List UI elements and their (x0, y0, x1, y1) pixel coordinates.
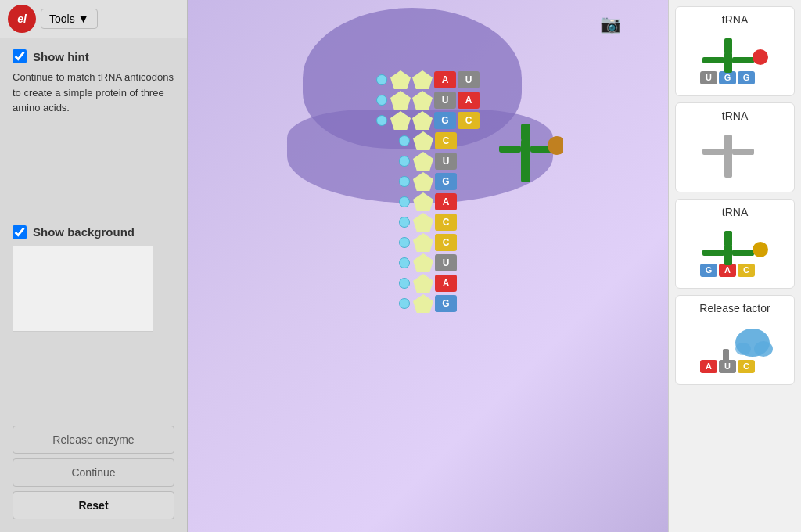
svg-point-38 (735, 343, 751, 355)
pentagon (390, 111, 411, 130)
svg-text:U: U (706, 73, 712, 82)
show-hint-checkbox[interactable] (13, 49, 27, 63)
pentagon (413, 274, 433, 293)
show-background-checkbox[interactable] (13, 225, 27, 239)
tools-button[interactable]: Tools ▼ (41, 9, 98, 29)
codon-row-9: C (399, 233, 457, 252)
trna-ribosome-svg (493, 116, 563, 194)
bubble (376, 74, 387, 85)
codon-row-4: C (399, 131, 457, 150)
svg-point-29 (753, 242, 768, 257)
bubble (399, 156, 410, 167)
svg-rect-18 (732, 149, 754, 155)
codon-bases: A U (434, 71, 480, 88)
base-A: A (435, 275, 457, 292)
bubble (376, 95, 387, 106)
sidebar-trna-2[interactable]: tRNA (675, 102, 795, 192)
show-hint-label[interactable]: Show hint (33, 50, 89, 63)
pentagon (390, 91, 411, 110)
trna-in-ribosome (493, 116, 563, 197)
sidebar-trna-3[interactable]: tRNA G A C (675, 199, 795, 289)
bubble (376, 115, 387, 126)
svg-rect-14 (724, 38, 732, 54)
base-U: U (458, 71, 480, 88)
pentagon (412, 91, 433, 110)
bubble (399, 135, 410, 146)
base-A: A (434, 71, 456, 88)
sidebar-trna-2-label: tRNA (722, 110, 748, 122)
codon-row-1: A U (376, 70, 480, 89)
bubble (399, 298, 410, 309)
codon-bases: A (435, 275, 457, 292)
mrna-strand: A U U A G C (376, 70, 480, 315)
sidebar-trna-1-label: tRNA (722, 13, 748, 26)
codon-bases: G (435, 173, 457, 190)
svg-point-37 (754, 341, 773, 357)
bubble (399, 257, 410, 268)
codon-bases: C (435, 214, 457, 231)
codon-row-11: A (399, 274, 457, 293)
hint-text: Continue to match tRNA anticodons to cre… (13, 70, 174, 116)
reset-button[interactable]: Reset (13, 491, 174, 519)
svg-rect-3 (521, 124, 530, 141)
svg-text:C: C (743, 361, 749, 371)
pentagon (390, 70, 411, 89)
bubble (399, 196, 410, 207)
sidebar-trna-1[interactable]: tRNA U G G (675, 6, 795, 96)
action-buttons: Release enzyme Continue Reset (0, 418, 187, 532)
pentagon (413, 172, 433, 191)
base-C: C (458, 112, 480, 129)
release-enzyme-button[interactable]: Release enzyme (13, 426, 174, 454)
toolbar: el Tools ▼ (0, 0, 187, 38)
pentagon (413, 192, 433, 211)
svg-text:A: A (706, 361, 712, 371)
base-G: G (435, 295, 457, 312)
sidebar-release-factor[interactable]: Release factor A U C (675, 295, 795, 385)
codon-row-10: U (399, 253, 457, 272)
svg-text:G: G (705, 265, 712, 275)
codon-bases: A (435, 193, 457, 210)
trna-1-icon: U G G (696, 31, 774, 89)
codon-row-6: G (399, 172, 457, 191)
svg-rect-17 (702, 149, 724, 155)
trna-3-icon: G A C (696, 223, 774, 282)
codon-bases: U A (434, 92, 480, 109)
svg-rect-11 (724, 52, 732, 73)
sidebar-release-factor-label: Release factor (699, 302, 770, 315)
continue-button[interactable]: Continue (13, 458, 174, 487)
svg-rect-25 (724, 245, 732, 265)
codon-row-7: A (399, 192, 457, 211)
main-canvas: 📷 A U (188, 0, 668, 532)
codon-row-8: C (399, 213, 457, 232)
app-logo: el (8, 5, 36, 33)
base-C: C (435, 234, 457, 251)
codon-bases: C (435, 132, 457, 149)
dropdown-arrow-icon: ▼ (78, 13, 89, 25)
show-background-label[interactable]: Show background (33, 225, 135, 239)
svg-text:G: G (742, 73, 749, 82)
svg-rect-27 (732, 250, 754, 256)
codon-bases: U (435, 153, 457, 170)
background-preview (13, 246, 153, 332)
trna-2-icon (696, 127, 774, 185)
base-U: U (435, 153, 457, 170)
svg-rect-13 (732, 57, 754, 63)
codon-bases: G (435, 295, 457, 312)
bubble (399, 217, 410, 228)
pentagon (413, 294, 433, 313)
base-A: A (458, 92, 480, 109)
svg-rect-16 (724, 135, 732, 178)
codon-row-3: G C (376, 111, 480, 130)
camera-icon[interactable]: 📷 (600, 14, 621, 34)
base-U: U (434, 92, 456, 109)
base-C: C (435, 132, 457, 149)
release-factor-icon: A U C (696, 319, 774, 378)
pentagon (412, 111, 433, 130)
svg-rect-1 (499, 146, 521, 153)
codon-bases: U (435, 254, 457, 271)
svg-rect-0 (521, 139, 530, 182)
svg-text:G: G (724, 73, 731, 82)
background-section: Show background (0, 217, 187, 340)
base-A: A (435, 193, 457, 210)
base-G: G (435, 173, 457, 190)
